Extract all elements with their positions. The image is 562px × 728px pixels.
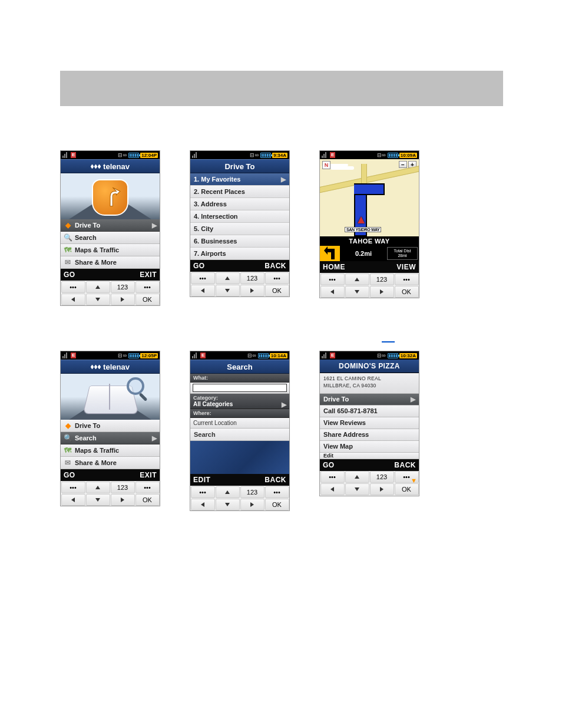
key-right[interactable] [111, 294, 135, 305]
scroll-down-icon[interactable]: ▼ [411, 477, 417, 484]
key-up[interactable] [86, 482, 110, 493]
key-down[interactable] [345, 286, 369, 298]
zoom-out-button[interactable]: − [399, 161, 407, 168]
key-left[interactable] [191, 285, 215, 297]
compass-north-icon[interactable]: N [322, 161, 330, 169]
key-left[interactable] [320, 286, 345, 298]
menu-maps[interactable]: 🗺Maps & Traffic [61, 244, 160, 256]
key-menu-left[interactable]: ••• [320, 471, 345, 483]
list-item-intersection[interactable]: 4. Intersection [190, 210, 289, 223]
key-left[interactable] [320, 483, 345, 495]
softkey-right[interactable]: BACK [265, 262, 286, 270]
softkey-right[interactable]: EXIT [140, 271, 157, 279]
biz-more-cut[interactable]: Edit [320, 453, 419, 459]
biz-drive-to[interactable]: Drive To▶ [320, 394, 419, 406]
key-ok[interactable]: OK [265, 285, 289, 297]
menu-maps[interactable]: 🗺Maps & Traffic [61, 444, 160, 457]
key-123[interactable]: 123 [370, 274, 394, 285]
key-down[interactable] [345, 483, 369, 495]
key-123[interactable]: 123 [111, 482, 135, 493]
key-menu-left[interactable]: ••• [191, 272, 215, 284]
menu-drive-to[interactable]: ◆Drive To▶ [61, 219, 160, 232]
softkey-left[interactable]: GO [323, 461, 335, 469]
menu-drive-to[interactable]: ◆Drive To [61, 420, 160, 432]
label-where[interactable]: Where: [190, 409, 289, 418]
key-down[interactable] [86, 294, 110, 305]
field-what[interactable] [190, 383, 289, 394]
key-ok[interactable]: OK [135, 494, 160, 506]
key-right[interactable] [240, 499, 265, 510]
key-up[interactable] [345, 471, 369, 483]
keypad: ••• 123 ••• OK [320, 471, 419, 496]
menu-search[interactable]: 🔍Search [61, 232, 160, 244]
biz-call[interactable]: Call 650-871-8781 [320, 406, 419, 417]
softkey-right[interactable]: BACK [394, 461, 416, 469]
key-menu-left[interactable]: ••• [320, 274, 345, 285]
key-menu-right[interactable]: ••• [135, 281, 160, 293]
label-category[interactable]: Category:All Categories▶ [190, 394, 289, 409]
key-ok[interactable]: OK [395, 483, 419, 495]
key-menu-left[interactable]: ••• [61, 482, 85, 493]
key-right[interactable] [111, 494, 135, 506]
list-item-recent[interactable]: 2. Recent Places [190, 186, 289, 198]
key-ok[interactable]: OK [135, 294, 160, 305]
key-menu-right[interactable]: ••• [135, 482, 160, 493]
biz-share[interactable]: Share Address [320, 429, 419, 441]
key-ok[interactable]: OK [265, 499, 289, 510]
softkey-bar: GO BACK [190, 260, 289, 272]
key-123[interactable]: 123 [111, 281, 135, 293]
list-item-address[interactable]: 3. Address [190, 198, 289, 210]
key-up[interactable] [216, 486, 240, 498]
key-up[interactable] [345, 274, 369, 285]
key-menu-left[interactable]: ••• [61, 281, 85, 293]
list-item-favorites[interactable]: 1. My Favorites▶ [190, 173, 289, 186]
key-left[interactable] [191, 499, 215, 510]
list-item-businesses[interactable]: 6. Businesses [190, 235, 289, 248]
key-right[interactable] [370, 286, 394, 298]
key-123[interactable]: 123 [370, 471, 394, 483]
softkey-left[interactable]: GO [64, 271, 75, 279]
key-right[interactable] [370, 483, 394, 495]
key-123[interactable]: 123 [240, 486, 265, 498]
key-menu-right[interactable]: ••• [265, 272, 289, 284]
key-menu-right[interactable]: ••• [395, 274, 419, 285]
softkey-left[interactable]: EDIT [193, 476, 210, 484]
map-canvas[interactable]: N − + SAN YSIDRO WAY [320, 159, 419, 236]
biz-reviews[interactable]: View Reviews [320, 417, 419, 429]
list-item-airports[interactable]: 7. Airports [190, 248, 289, 260]
key-left[interactable] [61, 294, 85, 305]
signal-icon [192, 152, 198, 158]
key-down[interactable] [86, 494, 110, 506]
menu-search[interactable]: 🔍Search▶ [61, 432, 160, 444]
key-ok[interactable]: OK [395, 286, 419, 298]
softkey-left[interactable]: GO [193, 262, 205, 270]
key-right[interactable] [240, 285, 265, 297]
key-menu-right[interactable]: ••• [265, 486, 289, 498]
key-up[interactable] [216, 272, 240, 284]
what-input[interactable] [193, 384, 287, 392]
biz-map[interactable]: View Map [320, 441, 419, 453]
softkey-right[interactable]: VIEW [396, 263, 416, 271]
softkey-right[interactable]: EXIT [140, 471, 157, 479]
softkey-left[interactable]: HOME [323, 263, 345, 271]
hyperlink-stub[interactable] [382, 334, 395, 345]
list-item-city[interactable]: 5. City [190, 223, 289, 235]
search-button[interactable]: Search [190, 429, 289, 441]
label-text: Where: [193, 410, 211, 416]
phone-screen-business-detail: E ⊟ ∞ 10:32A DOMINO'S PIZZA 1621 EL CAMI… [319, 351, 419, 496]
key-menu-left[interactable]: ••• [191, 486, 215, 498]
key-up[interactable] [86, 281, 110, 293]
device-icons: ⊟ ∞ [247, 353, 256, 358]
softkey-right[interactable]: BACK [265, 476, 286, 484]
key-down[interactable] [216, 285, 240, 297]
key-123[interactable]: 123 [240, 272, 265, 284]
key-left[interactable] [61, 494, 85, 506]
softkey-left[interactable]: GO [64, 471, 75, 479]
telenav-logo-icon [91, 165, 101, 168]
signal-icon [322, 353, 328, 358]
main-menu: ◆Drive To 🔍Search▶ 🗺Maps & Traffic ✉Shar… [61, 420, 160, 469]
key-down[interactable] [216, 499, 240, 510]
field-where[interactable]: Current Location [190, 418, 289, 429]
menu-share[interactable]: ✉Share & More [61, 457, 160, 469]
menu-share[interactable]: ✉Share & More [61, 256, 160, 269]
